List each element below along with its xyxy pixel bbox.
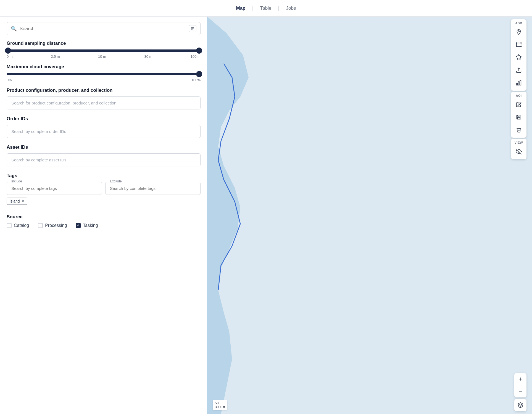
pin-button[interactable] (513, 26, 525, 38)
eye-off-button[interactable] (513, 145, 525, 158)
cloud-label-0: 0% (7, 78, 12, 82)
tab-table[interactable]: Table (254, 3, 278, 13)
svg-point-7 (518, 54, 519, 55)
rectangle-button[interactable] (513, 39, 525, 51)
filter-icon[interactable]: ⊞ (189, 25, 196, 32)
tags-exclude-input[interactable] (106, 182, 200, 195)
cloud-slider[interactable] (7, 73, 201, 75)
source-title: Source (7, 214, 201, 220)
source-processing: Processing (38, 223, 67, 228)
gsd-label-1: 2.5 m (51, 54, 60, 59)
upload-button[interactable] (513, 64, 525, 76)
source-processing-label: Processing (45, 223, 67, 228)
cloud-thumb[interactable] (196, 71, 202, 77)
right-toolbar: ADD (511, 19, 526, 159)
gsd-labels: 0 m 2.5 m 10 m 30 m 100 m (7, 54, 201, 59)
source-processing-checkbox[interactable] (38, 223, 43, 228)
order-ids-section: Order IDs (7, 116, 201, 139)
asset-ids-input[interactable] (7, 153, 201, 166)
source-catalog-checkbox[interactable] (7, 223, 12, 228)
search-icon: 🔍 (11, 26, 17, 32)
trash-button[interactable] (513, 124, 525, 136)
nav-tabs: Map | Table | Jobs (230, 3, 303, 13)
tag-chip-label: island (10, 199, 20, 203)
svg-rect-14 (518, 82, 519, 85)
toolbar-aoi-group: AOI (511, 92, 526, 138)
cloud-labels: 0% 100% (7, 78, 201, 82)
source-section: Source Catalog Processing Tasking (7, 214, 201, 228)
tags-title: Tags (7, 173, 201, 179)
tags-exclude-group: Exclude (105, 182, 201, 195)
tab-map[interactable]: Map (230, 3, 252, 13)
aoi-label: AOI (515, 93, 523, 98)
source-row: Catalog Processing Tasking (7, 223, 201, 228)
cloud-title: Maximum cloud coverage (7, 64, 201, 70)
tags-grid: Include Exclude (7, 182, 201, 195)
svg-rect-13 (517, 83, 518, 85)
search-bar: 🔍 ⊞ (7, 22, 201, 35)
gsd-label-4: 100 m (191, 54, 201, 59)
search-input[interactable] (20, 26, 186, 32)
tag-chip-island[interactable]: island ✕ (7, 198, 27, 205)
svg-rect-15 (520, 81, 521, 85)
product-title: Product configuration, producer, and col… (7, 88, 201, 93)
tags-include-group: Include (7, 182, 102, 195)
source-tasking-checkbox[interactable] (76, 223, 81, 228)
svg-point-3 (521, 43, 522, 43)
asset-ids-section: Asset IDs (7, 145, 201, 167)
svg-point-2 (516, 43, 517, 43)
gsd-title: Ground sampling distance (7, 41, 201, 46)
svg-point-8 (520, 56, 521, 57)
gsd-section: Ground sampling distance 0 m 2.5 m 10 m … (7, 41, 201, 59)
chart-button[interactable] (513, 77, 525, 89)
save-button[interactable] (513, 111, 525, 123)
toolbar-view-group: View (511, 139, 526, 159)
svg-point-9 (520, 59, 520, 59)
tag-chip-close[interactable]: ✕ (22, 199, 24, 203)
gsd-slider[interactable] (7, 49, 201, 52)
cloud-section: Maximum cloud coverage 0% 100% (7, 64, 201, 82)
scale-label: 50 (215, 401, 225, 405)
svg-point-11 (516, 56, 517, 57)
svg-point-4 (516, 46, 517, 47)
svg-point-0 (518, 31, 520, 32)
source-tasking-label: Tasking (83, 223, 98, 228)
source-catalog: Catalog (7, 223, 29, 228)
tags-section: Tags Include Exclude island ✕ (7, 173, 201, 209)
tags-include-label: Include (10, 179, 23, 183)
pencil-button[interactable] (513, 98, 525, 111)
zoom-controls: + − (514, 373, 526, 397)
zoom-in-button[interactable]: + (514, 373, 526, 385)
zoom-out-button[interactable]: − (514, 385, 526, 397)
tags-include-input[interactable] (7, 182, 102, 195)
cloud-label-1: 100% (191, 78, 201, 82)
order-ids-input[interactable] (7, 125, 201, 138)
scale-bar: 50 3000 ft (213, 400, 227, 410)
product-input[interactable] (7, 96, 201, 109)
svg-marker-17 (518, 403, 523, 405)
view-label: View (513, 140, 524, 145)
svg-rect-1 (517, 43, 521, 47)
product-section: Product configuration, producer, and col… (7, 88, 201, 111)
polygon-button[interactable] (513, 51, 525, 64)
tags-exclude-label: Exclude (109, 179, 123, 183)
top-nav: Map | Table | Jobs (0, 0, 532, 17)
scale-unit: 3000 ft (215, 405, 225, 409)
left-panel: 🔍 ⊞ Ground sampling distance 0 m 2.5 m 1… (0, 17, 207, 414)
gsd-thumb-left[interactable] (5, 48, 11, 54)
layers-button[interactable] (514, 399, 526, 411)
tab-jobs[interactable]: Jobs (280, 3, 303, 13)
gsd-thumb-right[interactable] (196, 48, 202, 54)
gsd-label-3: 30 m (144, 54, 152, 59)
gsd-label-2: 10 m (98, 54, 106, 59)
source-catalog-label: Catalog (14, 223, 29, 228)
add-label: ADD (514, 21, 523, 25)
gsd-label-0: 0 m (7, 54, 13, 59)
source-tasking: Tasking (76, 223, 98, 228)
asset-ids-title: Asset IDs (7, 145, 201, 150)
toolbar-add-group: ADD (511, 19, 526, 91)
svg-point-10 (517, 59, 518, 59)
order-ids-title: Order IDs (7, 116, 201, 122)
svg-point-5 (521, 46, 522, 47)
